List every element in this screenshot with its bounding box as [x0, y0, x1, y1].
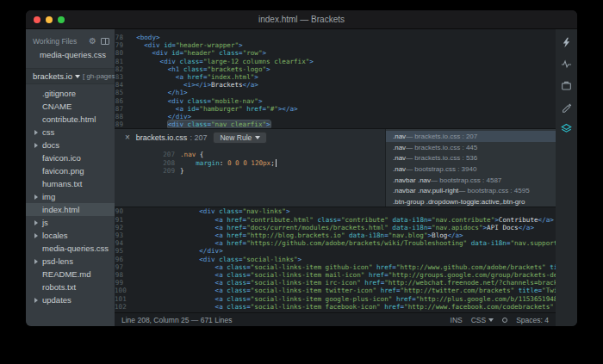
close-window-button[interactable]	[34, 16, 40, 23]
window-title: index.html — Brackets	[26, 15, 577, 24]
desktop-background: index.html — Brackets Working Files medi…	[0, 0, 603, 364]
tree-folder-js[interactable]: js	[26, 216, 115, 229]
new-rule-button[interactable]: New Rule	[213, 132, 267, 144]
language-label: CSS	[471, 316, 486, 324]
tree-file-CNAME[interactable]: CNAME	[26, 100, 115, 113]
tree-file-media-queries.css[interactable]: media-queries.css	[26, 242, 115, 255]
indentation-setting[interactable]: Spaces: 4	[516, 316, 549, 324]
quick-edit-line-number: : 207	[190, 133, 207, 142]
code-line[interactable]: 91 <a href="contribute.html" class="cont…	[115, 216, 556, 224]
css-rule-item[interactable]: .navbar .nav.pull-right — bootstrap.css …	[386, 185, 556, 196]
code-line[interactable]: 97 <a class="social-links-item github-ic…	[115, 263, 556, 271]
language-selector[interactable]: CSS	[471, 316, 494, 324]
code-line[interactable]: 95 </div>	[115, 247, 556, 255]
code-line[interactable]: 85 </h1>	[115, 89, 556, 96]
code-line[interactable]: 90 <div class="nav-links">	[115, 207, 556, 215]
insert-mode-indicator[interactable]: INS	[451, 316, 463, 324]
minimize-window-button[interactable]	[46, 16, 53, 23]
tree-folder-docs[interactable]: docs	[26, 139, 115, 151]
code-line[interactable]: 98 <a class="social-links-item mail-icon…	[115, 271, 556, 279]
code-line[interactable]: 86 <div class="mobile-nav">	[115, 97, 556, 105]
working-files-header: Working Files	[26, 35, 115, 48]
code-line[interactable]: 79 <div id="header-wrapper">	[115, 41, 556, 49]
code-line[interactable]: 102 <a class="social-links-item facebook…	[115, 303, 556, 311]
tree-folder-css[interactable]: css	[26, 126, 115, 139]
new-rule-label: New Rule	[220, 133, 252, 142]
project-name: brackets.io	[33, 71, 72, 81]
code-line[interactable]: 80 <div id="header" class="row">	[115, 49, 556, 57]
tree-folder-img[interactable]: img	[26, 190, 115, 203]
live-preview-icon[interactable]	[561, 37, 572, 48]
file-tree: .gitignoreCNAMEcontribute.htmlcssdocsfav…	[26, 84, 115, 326]
css-rule-item[interactable]: .nav — bootstrap.css : 3940	[386, 163, 556, 175]
pulse-icon[interactable]	[561, 59, 572, 70]
tree-file-README.md[interactable]: README.md	[26, 268, 115, 281]
statusbar: Line 208, Column 25 — 671 Lines INS CSS …	[115, 312, 556, 326]
project-dropdown[interactable]: brackets.io [ gh-pages ]	[26, 68, 115, 84]
tree-folder-locales[interactable]: locales	[26, 229, 115, 242]
chevron-down-icon	[488, 318, 494, 322]
tree-file-.gitignore[interactable]: .gitignore	[26, 87, 115, 100]
layers-icon[interactable]	[561, 123, 572, 134]
code-line[interactable]: 96 <div class="social-links">	[115, 256, 556, 263]
quick-edit-panel: brackets.io.css : 207 New Rule 207.nav {…	[115, 128, 556, 207]
tree-file-index.html[interactable]: index.html	[26, 203, 115, 216]
chevron-down-icon	[255, 136, 260, 139]
code-editor-top[interactable]: 78 <body>79 <div id="header-wrapper">80 …	[115, 29, 556, 128]
code-editor-bottom[interactable]: 90 <div class="nav-links">91 <a href="co…	[115, 207, 556, 312]
code-line[interactable]: 82 <h1 class="brackets-logo">	[115, 65, 556, 73]
css-rule-item[interactable]: .navbar .nav — bootstrap.css : 4587	[386, 175, 556, 186]
code-line[interactable]: 93 <a href="http://blog.brackets.io" dat…	[115, 231, 556, 239]
code-line[interactable]: 99 <a class="social-links-item irc-icon"…	[115, 279, 556, 287]
css-rule-item[interactable]: .btn-group .dropdown-toggle:active,.btn-…	[386, 196, 556, 207]
code-line[interactable]: 78 <body>	[115, 34, 556, 41]
lint-status-icon[interactable]	[502, 318, 507, 323]
code-line[interactable]: 94 <a href="https://github.com/adobe/bra…	[115, 239, 556, 247]
working-files-list: media-queries.css	[26, 48, 115, 61]
archive-icon[interactable]	[561, 80, 572, 91]
working-file-item[interactable]: media-queries.css	[26, 48, 115, 61]
tree-file-contribute.html[interactable]: contribute.html	[26, 113, 115, 126]
code-line[interactable]: 100 <a class="social-links-item twitter-…	[115, 287, 556, 294]
right-toolbar	[556, 29, 577, 326]
brush-icon[interactable]	[561, 102, 572, 113]
code-line[interactable]: 81 <div class="large-12 columns clearfix…	[115, 58, 556, 65]
working-files-label: Working Files	[33, 37, 77, 46]
tree-file-humans.txt[interactable]: humans.txt	[26, 177, 115, 190]
code-line[interactable]: 83 <a href="index.html">	[115, 73, 556, 81]
code-line[interactable]: 89 <div class="nav clearfix">	[115, 120, 556, 128]
code-line[interactable]: 88 </div>	[115, 113, 556, 120]
gear-icon[interactable]	[89, 37, 96, 46]
zoom-window-button[interactable]	[58, 16, 65, 23]
tree-file-robots.txt[interactable]: robots.txt	[26, 281, 115, 293]
css-rule-item[interactable]: .nav — brackets.io.css : 536	[386, 153, 556, 164]
traffic-lights	[26, 16, 65, 23]
sidebar: Working Files media-queries.css brackets…	[26, 29, 115, 326]
editor-pane: 78 <body>79 <div id="header-wrapper">80 …	[115, 29, 556, 326]
css-rule-item[interactable]: .nav — brackets.io.css : 445	[386, 142, 556, 153]
css-rule-item[interactable]: .nav — brackets.io.css : 207	[386, 131, 556, 142]
tree-file-favicon.png[interactable]: favicon.png	[26, 164, 115, 177]
css-rule-list: .nav — brackets.io.css : 207.nav — brack…	[385, 129, 556, 207]
tree-file-favicon.ico[interactable]: favicon.ico	[26, 151, 115, 164]
tree-folder-psd-lens[interactable]: psd-lens	[26, 255, 115, 268]
code-line[interactable]: 87 <a id="hamburger" href="#"></a>	[115, 105, 556, 113]
chevron-down-icon	[75, 75, 80, 78]
quick-edit-filename: brackets.io.css	[136, 133, 188, 142]
titlebar[interactable]: index.html — Brackets	[26, 10, 577, 29]
tree-folder-updates[interactable]: updates	[26, 293, 115, 306]
cursor-position-label[interactable]: Line 208, Column 25 — 671 Lines	[121, 316, 233, 324]
brackets-window: index.html — Brackets Working Files medi…	[26, 10, 577, 326]
code-line[interactable]: 101 <a class="social-links-item google-p…	[115, 295, 556, 303]
code-line[interactable]: 84 <i></i>Brackets</a>	[115, 81, 556, 89]
close-icon[interactable]	[125, 133, 130, 142]
git-branch-label[interactable]: [ gh-pages ]	[83, 72, 115, 80]
code-line[interactable]: 92 <a href="docs/current/modules/bracket…	[115, 224, 556, 231]
split-view-icon[interactable]	[101, 38, 109, 45]
